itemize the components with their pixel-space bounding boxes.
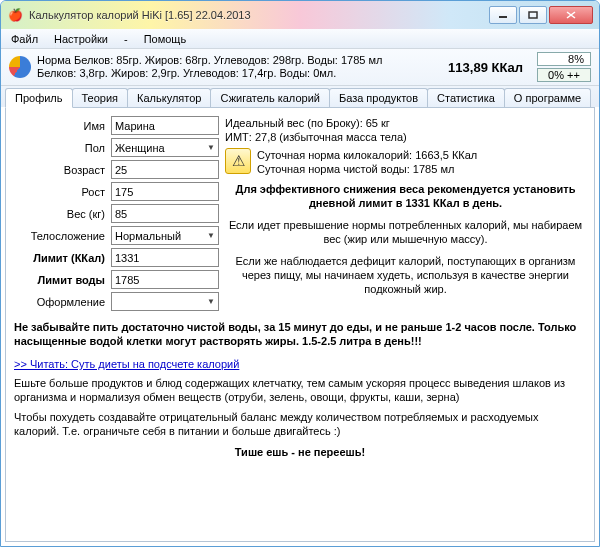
sex-select[interactable]: Женщина▼	[111, 138, 219, 157]
water-input[interactable]	[111, 270, 219, 289]
bmi-text: ИМТ: 27,8 (избыточная масса тела)	[225, 130, 586, 144]
name-input[interactable]	[111, 116, 219, 135]
titlebar: 🍎 Калькулятор калорий HiKi [1.65] 22.04.…	[1, 1, 599, 29]
menubar: Файл Настройки - Помощь	[1, 29, 599, 49]
pct-boxes: 8% 0% ++	[537, 52, 591, 82]
theme-label: Оформление	[14, 296, 111, 308]
menu-settings[interactable]: Настройки	[46, 31, 116, 47]
name-label: Имя	[14, 120, 111, 132]
daily-water: Суточная норма чистой воды: 1785 мл	[257, 162, 477, 176]
limit-input[interactable]	[111, 248, 219, 267]
svg-rect-1	[529, 12, 537, 18]
weight-input[interactable]	[111, 204, 219, 223]
chevron-down-icon: ▼	[207, 231, 215, 240]
tip-1: Ешьте больше продуктов и блюд содержащих…	[14, 376, 586, 404]
tab-statistics[interactable]: Статистика	[427, 88, 505, 107]
profile-form: Имя ПолЖенщина▼ Возраст Рост Вес (кг) Те…	[14, 116, 219, 314]
tab-calculator[interactable]: Калькулятор	[127, 88, 211, 107]
daily-kcal: Суточная норма килокалорий: 1663,5 ККал	[257, 148, 477, 162]
menu-help[interactable]: Помощь	[136, 31, 195, 47]
body-value: Нормальный	[115, 230, 181, 242]
chevron-down-icon: ▼	[207, 143, 215, 152]
tab-database[interactable]: База продуктов	[329, 88, 428, 107]
chevron-down-icon: ▼	[207, 297, 215, 306]
water-label: Лимит воды	[14, 274, 111, 286]
total-kcal: 113,89 ККал	[448, 60, 523, 75]
tab-burner[interactable]: Сжигатель калорий	[210, 88, 329, 107]
sex-label: Пол	[14, 142, 111, 154]
menu-file[interactable]: Файл	[3, 31, 46, 47]
close-button[interactable]	[549, 6, 593, 24]
summary-panel: Норма Белков: 85гр. Жиров: 68гр. Углевод…	[1, 49, 599, 86]
window-controls	[489, 6, 593, 24]
maximize-button[interactable]	[519, 6, 547, 24]
limit-label: Лимит (ККал)	[14, 252, 111, 264]
profile-upper: Имя ПолЖенщина▼ Возраст Рост Вес (кг) Те…	[14, 116, 586, 314]
tab-profile[interactable]: Профиль	[5, 88, 73, 108]
final-slogan: Тише ешь - не переешь!	[14, 446, 586, 458]
info-p1: Если идет превышение нормы потребленных …	[225, 218, 586, 246]
window-title: Калькулятор калорий HiKi [1.65] 22.04.20…	[29, 9, 489, 21]
body-label: Телосложение	[14, 230, 111, 242]
summary-text: Норма Белков: 85гр. Жиров: 68гр. Углевод…	[37, 54, 442, 80]
tab-bar: Профиль Теория Калькулятор Сжигатель кал…	[1, 86, 599, 107]
age-label: Возраст	[14, 164, 111, 176]
info-p2: Если же наблюдается дефицит калорий, пос…	[225, 254, 586, 296]
tip-2: Чтобы похудеть создавайте отрицательный …	[14, 410, 586, 438]
minimize-button[interactable]	[489, 6, 517, 24]
recommend-text: Для эффективного снижения веса рекоменду…	[225, 182, 586, 210]
height-input[interactable]	[111, 182, 219, 201]
tips-block: Ешьте больше продуктов и блюд содержащих…	[14, 376, 586, 438]
menu-dash: -	[116, 31, 136, 47]
tab-about[interactable]: О программе	[504, 88, 591, 107]
ideal-weight: Идеальный вес (по Броку): 65 кг	[225, 116, 586, 130]
diet-link[interactable]: >> Читать: Суть диеты на подсчете калори…	[14, 358, 586, 370]
pie-chart-icon	[9, 56, 31, 78]
app-icon: 🍎	[7, 7, 23, 23]
plus-box: 0% ++	[537, 68, 591, 82]
profile-info: Идеальный вес (по Броку): 65 кг ИМТ: 27,…	[225, 116, 586, 314]
age-input[interactable]	[111, 160, 219, 179]
norms-line2: Белков: 3,8гр. Жиров: 2,9гр. Углеводов: …	[37, 67, 442, 80]
tab-theory[interactable]: Теория	[72, 88, 129, 107]
tab-content: Имя ПолЖенщина▼ Возраст Рост Вес (кг) Те…	[5, 107, 595, 542]
sex-value: Женщина	[115, 142, 165, 154]
height-label: Рост	[14, 186, 111, 198]
theme-select[interactable]: ▼	[111, 292, 219, 311]
warning-icon: ⚠	[225, 148, 251, 174]
water-warning: Не забывайте пить достаточно чистой воды…	[14, 320, 586, 348]
percent-box: 8%	[537, 52, 591, 66]
weight-label: Вес (кг)	[14, 208, 111, 220]
body-select[interactable]: Нормальный▼	[111, 226, 219, 245]
app-window: 🍎 Калькулятор калорий HiKi [1.65] 22.04.…	[0, 0, 600, 547]
norms-line1: Норма Белков: 85гр. Жиров: 68гр. Углевод…	[37, 54, 442, 67]
